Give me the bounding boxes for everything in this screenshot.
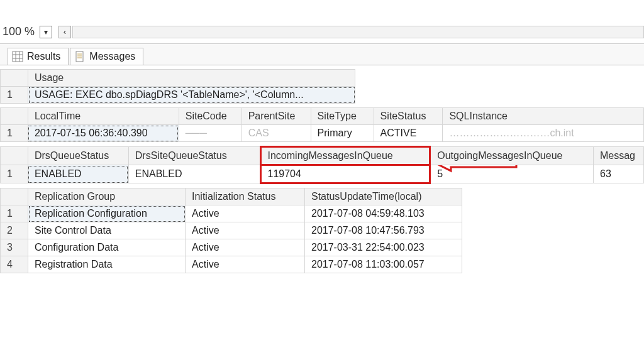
zoom-bar: 100 %	[0, 0, 644, 44]
table-row[interactable]: 1 2017-07-15 06:36:40.390 ─── CAS Primar…	[1, 125, 644, 142]
cell-statusupdatetime[interactable]: 2017-07-08 10:47:56.793	[305, 222, 462, 239]
svg-rect-0	[13, 52, 23, 62]
cell-drssitequeuestatus[interactable]: ENABLED	[128, 165, 260, 183]
col-localtime[interactable]: LocalTime	[28, 108, 179, 125]
zoom-label: 100 %	[3, 25, 35, 38]
results-tabs: Results Messages	[0, 44, 644, 65]
rownum-cell[interactable]: 3	[1, 239, 28, 256]
svg-rect-5	[76, 52, 83, 62]
table-row[interactable]: 1 USAGE: EXEC dbo.spDiagDRS '<TableName>…	[1, 87, 355, 104]
grid-icon	[12, 51, 23, 62]
rownum-cell[interactable]: 1	[1, 165, 28, 183]
cell-parentsite[interactable]: CAS	[242, 125, 311, 142]
cell-replicationgroup[interactable]: Configuration Data	[28, 239, 186, 256]
tab-messages[interactable]: Messages	[70, 48, 143, 65]
col-drsqueuestatus[interactable]: DrsQueueStatus	[28, 147, 128, 165]
cell-replicationgroup[interactable]: Registration Data	[28, 256, 186, 273]
result-grid-4: Replication Group Initialization Status …	[0, 188, 644, 273]
col-parentsite[interactable]: ParentSite	[242, 108, 311, 125]
cell-usage[interactable]: USAGE: EXEC dbo.spDiagDRS '<TableName>',…	[28, 87, 355, 104]
col-outgoingmessagesinqueue[interactable]: OutgoingMessagesInQueue	[430, 147, 594, 165]
cell-initstatus[interactable]: Active	[186, 222, 305, 239]
cell-initstatus[interactable]: Active	[186, 256, 305, 273]
cell-statusupdatetime[interactable]: 2017-03-31 22:54:00.023	[305, 239, 462, 256]
col-messag[interactable]: Messag	[593, 147, 643, 165]
cell-localtime[interactable]: 2017-07-15 06:36:40.390	[28, 125, 179, 142]
col-sitetype[interactable]: SiteType	[311, 108, 374, 125]
tab-results-label: Results	[27, 51, 60, 62]
annotation-arrow-icon	[436, 165, 518, 173]
col-sqlinstance[interactable]: SQLInstance	[443, 108, 644, 125]
table-row[interactable]: 2 Site Control Data Active 2017-07-08 10…	[1, 222, 462, 239]
tab-results[interactable]: Results	[8, 48, 69, 65]
col-sitecode[interactable]: SiteCode	[179, 108, 242, 125]
cell-sqlinstance[interactable]: …………………………ch.int	[443, 125, 644, 142]
cell-sitetype[interactable]: Primary	[311, 125, 374, 142]
cell-initstatus[interactable]: Active	[186, 239, 305, 256]
col-usage[interactable]: Usage	[28, 70, 355, 87]
rownum-cell[interactable]: 1	[1, 125, 28, 142]
col-statusupdatetime[interactable]: StatusUpdateTime(local)	[305, 188, 462, 205]
table-row[interactable]: 1 ENABLED ENABLED 119704 5 63	[1, 165, 644, 183]
table-row[interactable]: 1 Replication Configuration Active 2017-…	[1, 205, 462, 222]
cell-replicationgroup[interactable]: Site Control Data	[28, 222, 186, 239]
rownum-cell[interactable]: 2	[1, 222, 28, 239]
cell-sitecode[interactable]: ───	[179, 125, 242, 142]
col-replicationgroup[interactable]: Replication Group	[28, 188, 186, 205]
cell-outgoingmessagesinqueue[interactable]: 5	[430, 165, 594, 183]
zoom-dropdown-button[interactable]	[40, 26, 52, 38]
table-row[interactable]: 4 Registration Data Active 2017-07-08 11…	[1, 256, 462, 273]
result-grid-3: DrsQueueStatus DrsSiteQueueStatus Incomi…	[0, 146, 644, 184]
result-grid-2: LocalTime SiteCode ParentSite SiteType S…	[0, 107, 644, 142]
cell-initstatus[interactable]: Active	[186, 205, 305, 222]
hscroll-track[interactable]	[72, 26, 644, 38]
cell-statusupdatetime[interactable]: 2017-07-08 11:03:00.057	[305, 256, 462, 273]
rownum-header[interactable]	[1, 147, 28, 165]
cell-messag[interactable]: 63	[593, 165, 643, 183]
cell-drsqueuestatus[interactable]: ENABLED	[28, 165, 128, 183]
results-pane: Usage 1 USAGE: EXEC dbo.spDiagDRS '<Tabl…	[0, 69, 644, 273]
rownum-cell[interactable]: 1	[1, 87, 28, 104]
table-row[interactable]: 3 Configuration Data Active 2017-03-31 2…	[1, 239, 462, 256]
col-drssitequeuestatus[interactable]: DrsSiteQueueStatus	[128, 147, 260, 165]
rownum-cell[interactable]: 1	[1, 205, 28, 222]
cell-incomingmessagesinqueue[interactable]: 119704	[260, 165, 430, 183]
result-grid-1: Usage 1 USAGE: EXEC dbo.spDiagDRS '<Tabl…	[0, 69, 644, 104]
cell-outgoing-value: 5	[437, 168, 443, 179]
cell-replicationgroup[interactable]: Replication Configuration	[28, 205, 186, 222]
rownum-header[interactable]	[1, 70, 28, 87]
rownum-header[interactable]	[1, 188, 28, 205]
col-sitestatus[interactable]: SiteStatus	[374, 108, 443, 125]
rownum-header[interactable]	[1, 108, 28, 125]
cell-sitestatus[interactable]: ACTIVE	[374, 125, 443, 142]
tab-messages-label: Messages	[89, 51, 135, 62]
svg-marker-9	[436, 165, 516, 172]
rownum-cell[interactable]: 4	[1, 256, 28, 273]
hscroll-left-button[interactable]	[58, 26, 71, 38]
col-initializationstatus[interactable]: Initialization Status	[186, 188, 305, 205]
col-incomingmessagesinqueue[interactable]: IncomingMessagesInQueue	[260, 147, 430, 165]
document-icon	[74, 51, 86, 62]
cell-statusupdatetime[interactable]: 2017-07-08 04:59:48.103	[305, 205, 462, 222]
